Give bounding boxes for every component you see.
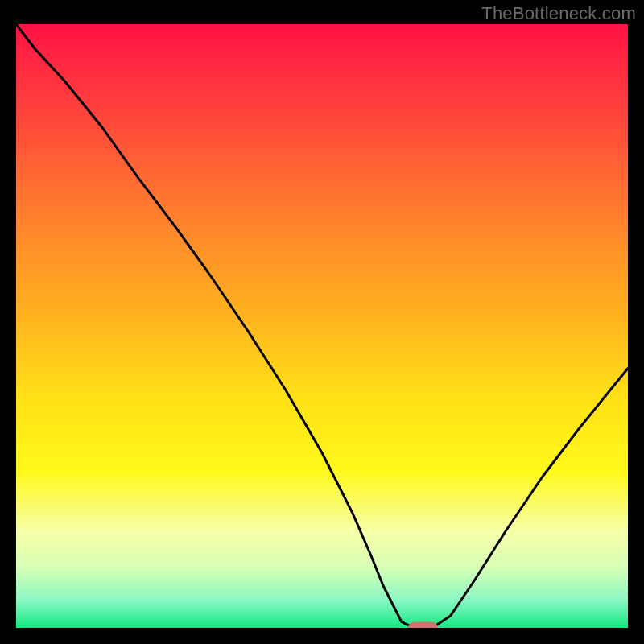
watermark-text: TheBottleneck.com [481,3,636,24]
plot-area [16,24,628,628]
chart-svg [16,24,628,628]
gradient-background [16,24,628,628]
chart-frame: TheBottleneck.com [0,0,644,644]
optimal-marker [408,622,437,628]
